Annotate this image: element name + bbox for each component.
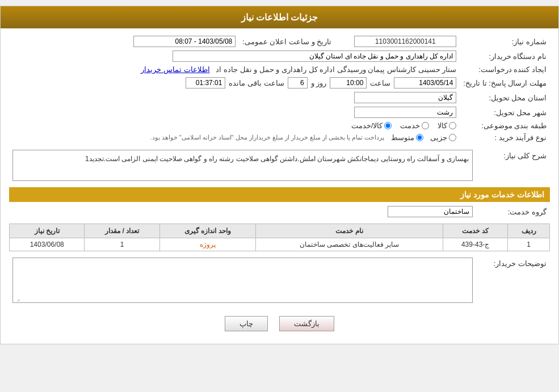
service-group-label: گروه خدمت: <box>476 204 550 219</box>
purchase-type-row: جزیی متوسط پرداخت تمام یا بخشی از مبلغ خ… <box>9 132 460 144</box>
need-number-box: 1103001162000141 <box>354 36 456 47</box>
col-row: ردیف <box>508 224 550 238</box>
purchase-jozi-label: جزیی <box>430 133 447 142</box>
col-unit: واحد اندازه گیری <box>159 224 256 238</box>
purchase-type-note: پرداخت تمام یا بخشی از مبلغ خریدار از مب… <box>150 134 385 141</box>
table-row: 1 ج-43-439 سایر فعالیت‌های تخصصی ساختمان… <box>10 238 550 251</box>
buttons-row: بازگشت چاپ <box>9 309 550 338</box>
cell-unit: پروژه <box>159 238 256 251</box>
public-announce-input[interactable] <box>133 36 236 47</box>
purchase-motavaset-label: متوسط <box>391 133 414 142</box>
service-group-value <box>9 204 476 219</box>
cell-row: 1 <box>508 238 550 251</box>
category-kala-khadamat-item: کالا/خدمت <box>351 121 392 130</box>
category-row: کالا خدمت کالا/خدمت <box>9 120 460 132</box>
city-input[interactable] <box>354 107 456 118</box>
back-button[interactable]: بازگشت <box>279 316 334 331</box>
category-kala-radio[interactable] <box>449 122 456 129</box>
category-khadamat-radio[interactable] <box>422 122 429 129</box>
cell-quantity: 1 <box>85 238 159 251</box>
services-data-table: ردیف کد خدمت نام خدمت واحد اندازه گیری ت… <box>9 224 550 251</box>
description-text: بهسازی و آسفالت راه روستایی دیماجانکش شه… <box>12 150 473 181</box>
buyer-org-label: نام دستگاه خریدار: <box>460 49 550 64</box>
send-time-label: ساعت <box>370 79 390 87</box>
purchase-type-label: نوع فرآیند خرید : <box>460 132 550 144</box>
category-kala-khadamat-radio[interactable] <box>384 122 392 129</box>
col-code: کد خدمت <box>443 224 508 238</box>
description-table: شرح کلی نیاز: بهسازی و آسفالت راه روستای… <box>9 148 550 183</box>
cell-code: ج-43-439 <box>443 238 508 251</box>
print-button[interactable]: چاپ <box>225 316 268 331</box>
send-time-input[interactable] <box>330 77 367 88</box>
send-remaining-input[interactable] <box>186 77 225 88</box>
province-value <box>335 90 460 105</box>
send-remaining-label: ساعت باقی مانده <box>229 79 284 87</box>
send-days-input[interactable] <box>288 77 308 88</box>
buyer-notes-table: توضیحات خریدار: ⌟ <box>9 256 550 305</box>
category-khadamat-item: خدمت <box>400 121 429 130</box>
category-kala-item: کالا <box>438 121 456 130</box>
send-date-input[interactable] <box>394 77 456 88</box>
cell-name: سایر فعالیت‌های تخصصی ساختمان <box>256 238 443 251</box>
cell-date: 1403/06/08 <box>10 238 85 251</box>
col-name: نام خدمت <box>256 224 443 238</box>
province-label: استان محل تحویل: <box>460 90 550 105</box>
category-kala-khadamat-label: کالا/خدمت <box>351 121 383 130</box>
need-number-label: شماره نیاز: <box>460 34 550 49</box>
col-date: تاریخ نیاز <box>10 224 85 238</box>
col-quantity: تعداد / مقدار <box>85 224 159 238</box>
send-deadline-label: مهلت ارسال پاسخ: تا تاریخ: <box>460 75 550 90</box>
province-input[interactable] <box>354 92 456 103</box>
page-title: جزئیات اطلاعات نیاز <box>241 12 318 22</box>
category-khadamat-label: خدمت <box>400 121 420 130</box>
buyer-notes-cell: ⌟ <box>9 256 476 305</box>
purchase-jozi-item: جزیی <box>430 133 456 142</box>
need-number-value: 1103001162000141 <box>335 34 460 49</box>
resize-handle[interactable]: ⌟ <box>14 296 20 301</box>
page-header: جزئیات اطلاعات نیاز <box>1 6 558 28</box>
description-cell: بهسازی و آسفالت راه روستایی دیماجانکش شه… <box>9 148 476 183</box>
service-group-table: گروه خدمت: <box>9 204 550 219</box>
main-info-table: شماره نیاز: 1103001162000141 تاریخ و ساع… <box>9 34 550 144</box>
buyer-notes-box[interactable]: ⌟ <box>12 258 473 303</box>
buyer-org-value <box>9 49 460 64</box>
send-deadline-row: ساعت روز و ساعت باقی مانده <box>9 75 460 90</box>
purchase-jozi-radio[interactable] <box>449 134 456 141</box>
creator-text: ستار حسینی کارشناس پیمان ورسیدگی اداره ک… <box>216 65 456 74</box>
purchase-motavaset-item: متوسط <box>391 133 423 142</box>
creator-contact-link[interactable]: اطلاعات تماس خریدار <box>141 65 209 74</box>
buyer-org-input[interactable] <box>173 50 456 62</box>
creator-label: ایجاد کننده درخواست: <box>460 64 550 75</box>
buyer-notes-label: توضیحات خریدار: <box>476 256 550 305</box>
send-days-label: روز و <box>311 79 327 87</box>
description-label: شرح کلی نیاز: <box>476 148 550 183</box>
purchase-motavaset-radio[interactable] <box>416 134 423 141</box>
services-header: اطلاعات خدمات مورد نیاز <box>9 187 550 202</box>
public-announce-value <box>9 34 239 49</box>
public-announce-label: تاریخ و ساعت اعلان عمومی: <box>239 34 335 49</box>
category-kala-label: کالا <box>438 121 447 130</box>
service-group-input[interactable] <box>388 206 473 217</box>
creator-value: ستار حسینی کارشناس پیمان ورسیدگی اداره ک… <box>9 64 460 75</box>
city-value <box>335 105 460 120</box>
category-label: طبقه بندی موضوعی: <box>460 120 550 132</box>
city-label: شهر محل تحویل: <box>460 105 550 120</box>
